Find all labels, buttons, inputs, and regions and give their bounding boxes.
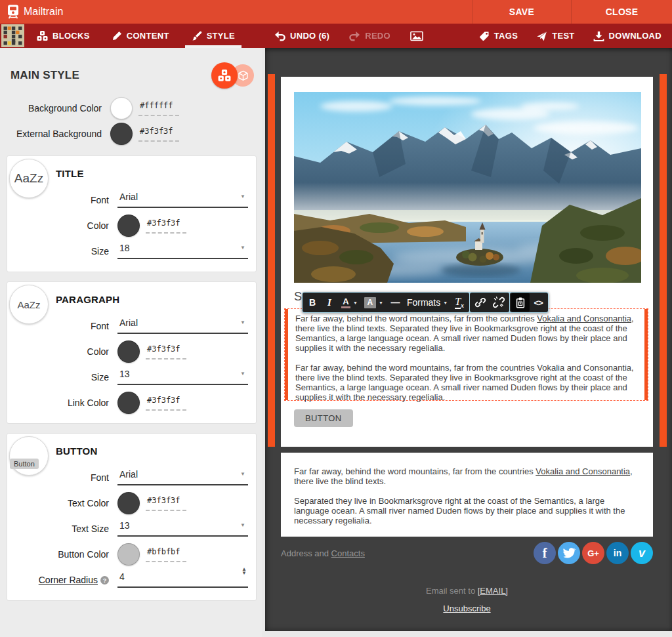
- chevron-down-icon: ▼: [443, 300, 448, 305]
- paragraph-font-select[interactable]: Arial ▼: [117, 318, 248, 334]
- title-color-hex[interactable]: #3f3f3f: [146, 217, 186, 234]
- undo-label: UNDO (6): [290, 31, 329, 41]
- title-size-label: Size: [7, 246, 117, 257]
- external-background-swatch[interactable]: [110, 123, 133, 145]
- corner-radius-input[interactable]: 4: [117, 571, 248, 588]
- button-color-label: Button Color: [7, 549, 117, 560]
- button-text-size-label: Text Size: [7, 524, 117, 534]
- paragraph-preview-badge: AaZz: [9, 285, 49, 324]
- title-badge-text: AaZz: [14, 171, 43, 186]
- download-button[interactable]: DOWNLOAD: [587, 24, 668, 48]
- twitter-icon[interactable]: [558, 542, 580, 564]
- chevron-down-icon: ▼: [353, 300, 358, 305]
- stepper-down-icon[interactable]: ▼: [242, 571, 247, 575]
- button-text-size-select[interactable]: 13 ▼: [117, 520, 248, 537]
- title-font-select[interactable]: Arial ▼: [117, 192, 248, 208]
- editor-nav-bar: BLOCKS CONTENT STYLE: [0, 24, 672, 48]
- source-code-button[interactable]: <>: [530, 293, 547, 312]
- structure-blocks-toggle[interactable]: [211, 62, 238, 89]
- title-preview-badge: AaZz: [9, 159, 49, 198]
- app-title: Mailtrain: [24, 6, 63, 18]
- paragraph-size-label: Size: [7, 372, 117, 382]
- button-badge-text: Button: [10, 459, 39, 469]
- email-footer-row: Address and Contacts f G+ in v: [281, 540, 653, 566]
- cube-icon: [238, 70, 249, 81]
- gallery-button[interactable]: [404, 24, 430, 48]
- close-button[interactable]: CLOSE: [571, 0, 672, 24]
- background-color-swatch[interactable]: [110, 97, 133, 119]
- train-logo-icon: [5, 4, 21, 20]
- test-button[interactable]: TEST: [530, 24, 581, 48]
- email-button-element[interactable]: BUTTON: [294, 409, 353, 427]
- button-font-select[interactable]: Arial ▼: [117, 469, 248, 485]
- unsubscribe-link[interactable]: Unsubscribe: [443, 604, 490, 613]
- title-style-card: AaZz TITLE Font Arial ▼ Color #3f3f3f Si…: [7, 155, 257, 272]
- italic-button[interactable]: I: [321, 293, 338, 312]
- title-color-swatch[interactable]: [117, 215, 140, 237]
- save-button[interactable]: SAVE: [472, 0, 571, 24]
- external-background-hex[interactable]: #3f3f3f: [138, 125, 179, 142]
- top-bar: Mailtrain SAVE CLOSE: [0, 0, 672, 24]
- paragraph-color-swatch[interactable]: [117, 340, 140, 363]
- undo-button[interactable]: UNDO (6): [268, 24, 336, 48]
- paragraph-section-heading: PARAGRAPH: [56, 294, 256, 305]
- button-color-hex[interactable]: #bfbfbf: [146, 546, 186, 562]
- section-title-partial[interactable]: S: [294, 290, 302, 304]
- paste-as-text-button[interactable]: [511, 293, 530, 312]
- test-label: TEST: [552, 31, 574, 41]
- remove-link-button[interactable]: [490, 293, 508, 312]
- tab-content[interactable]: CONTENT: [106, 24, 176, 48]
- button-text-color-hex[interactable]: #3f3f3f: [146, 495, 186, 511]
- blocks-icon: [37, 31, 48, 41]
- paragraph: Far far away, behind the word mountains,…: [295, 314, 637, 353]
- paragraph-link-color-swatch[interactable]: [117, 392, 140, 414]
- contacts-link[interactable]: Contacts: [331, 548, 365, 558]
- email-preview-area: S BUTTON Far far away, behind the word m…: [265, 48, 672, 631]
- mosaico-logo: [1, 24, 24, 47]
- formats-dropdown[interactable]: Formats ▼: [404, 293, 451, 312]
- address-text: Address and Contacts: [281, 548, 365, 558]
- footer-text-block[interactable]: Far far away, behind the word mountains,…: [281, 453, 653, 537]
- tags-button[interactable]: TAGS: [472, 24, 524, 48]
- vimeo-icon[interactable]: v: [631, 542, 653, 564]
- paragraph-style-card: AaZz PARAGRAPH Font Arial ▼ Color #3f3f3…: [7, 281, 257, 424]
- vokalia-link[interactable]: Vokalia and Consonantia: [537, 314, 631, 323]
- bold-button[interactable]: B: [304, 293, 321, 312]
- paper-plane-icon: [536, 31, 547, 41]
- paragraph-link-color-hex[interactable]: #3f3f3f: [146, 394, 186, 411]
- google-plus-icon[interactable]: G+: [582, 542, 604, 564]
- paragraph: Far far away, behind the word mountains,…: [294, 466, 640, 486]
- tab-blocks[interactable]: BLOCKS: [30, 24, 96, 48]
- corner-radius-stepper[interactable]: ▲ ▼: [242, 567, 247, 576]
- redo-button[interactable]: REDO: [343, 24, 397, 48]
- paragraph-size-select[interactable]: 13 ▼: [117, 369, 248, 385]
- pencil-icon: [112, 31, 122, 41]
- vokalia-link[interactable]: Vokalia and Consonantia: [536, 466, 630, 476]
- button-text-color-swatch[interactable]: [117, 492, 140, 514]
- block-selection-handle-left[interactable]: [268, 74, 275, 447]
- title-size-select[interactable]: 18 ▼: [117, 243, 248, 259]
- tab-style[interactable]: STYLE: [185, 24, 242, 48]
- selected-text-block[interactable]: Far far away, behind the word mountains,…: [284, 308, 648, 401]
- clear-formatting-button[interactable]: Tx: [451, 293, 468, 312]
- insert-link-button[interactable]: [471, 293, 490, 312]
- horizontal-rule-button[interactable]: —: [387, 293, 404, 312]
- help-icon[interactable]: ?: [100, 576, 109, 585]
- background-color-button[interactable]: A ▼: [361, 293, 387, 312]
- email-token-link[interactable]: [EMAIL]: [478, 586, 508, 596]
- panel-title: MAIN STYLE: [10, 69, 211, 82]
- block-selection-handle-right[interactable]: [660, 74, 667, 447]
- text-color-button[interactable]: A ▼: [338, 293, 361, 312]
- tags-label: TAGS: [494, 31, 518, 41]
- linkedin-icon[interactable]: in: [606, 542, 629, 564]
- button-color-swatch[interactable]: [117, 543, 140, 565]
- chevron-down-icon: ▼: [240, 471, 245, 477]
- hero-lake-image[interactable]: [294, 92, 641, 283]
- app-brand: Mailtrain: [0, 4, 63, 20]
- tag-icon: [479, 31, 490, 41]
- title-color-label: Color: [7, 220, 117, 231]
- paragraph-color-hex[interactable]: #3f3f3f: [146, 343, 186, 360]
- unlink-icon: [493, 297, 505, 308]
- background-color-hex[interactable]: #ffffff: [138, 100, 179, 116]
- facebook-icon[interactable]: f: [534, 542, 556, 564]
